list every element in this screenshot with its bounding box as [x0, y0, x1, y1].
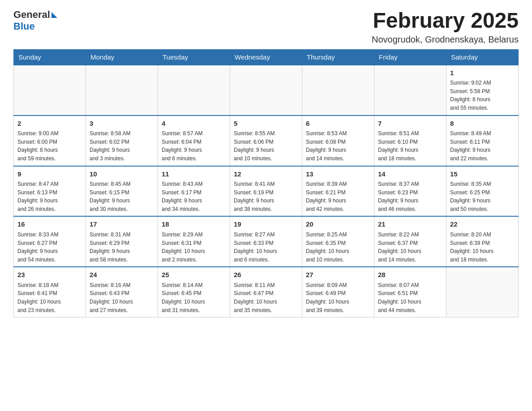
calendar-cell: 3Sunrise: 8:58 AM Sunset: 6:02 PM Daylig… [86, 116, 158, 166]
day-info: Sunrise: 8:27 AM Sunset: 6:33 PM Dayligh… [234, 231, 298, 264]
calendar-cell [446, 267, 519, 317]
day-number: 27 [306, 270, 370, 280]
calendar-title: February 2025 [372, 9, 519, 33]
weekday-header-friday: Friday [374, 49, 446, 65]
day-info: Sunrise: 8:29 AM Sunset: 6:31 PM Dayligh… [162, 231, 226, 264]
calendar-cell: 5Sunrise: 8:55 AM Sunset: 6:06 PM Daylig… [230, 116, 302, 166]
calendar-subtitle: Novogrudok, Grodnenskaya, Belarus [372, 34, 519, 45]
calendar-week-row: 16Sunrise: 8:33 AM Sunset: 6:27 PM Dayli… [14, 216, 519, 267]
day-number: 19 [234, 219, 298, 230]
day-number: 17 [90, 219, 154, 230]
calendar-cell [230, 65, 302, 116]
weekday-header-sunday: Sunday [14, 49, 86, 65]
calendar-cell: 18Sunrise: 8:29 AM Sunset: 6:31 PM Dayli… [158, 216, 230, 267]
day-info: Sunrise: 9:00 AM Sunset: 6:00 PM Dayligh… [17, 129, 82, 163]
day-info: Sunrise: 8:31 AM Sunset: 6:29 PM Dayligh… [90, 231, 154, 264]
day-number: 8 [450, 119, 515, 129]
day-info: Sunrise: 8:09 AM Sunset: 6:49 PM Dayligh… [306, 281, 370, 314]
day-number: 23 [17, 270, 82, 280]
day-number: 25 [162, 270, 226, 280]
day-info: Sunrise: 8:45 AM Sunset: 6:15 PM Dayligh… [90, 180, 154, 213]
day-info: Sunrise: 8:55 AM Sunset: 6:06 PM Dayligh… [234, 129, 298, 163]
calendar-cell: 24Sunrise: 8:16 AM Sunset: 6:43 PM Dayli… [86, 267, 158, 317]
day-info: Sunrise: 9:02 AM Sunset: 5:58 PM Dayligh… [450, 79, 515, 112]
day-number: 24 [90, 270, 154, 280]
day-info: Sunrise: 8:47 AM Sunset: 6:13 PM Dayligh… [17, 180, 82, 213]
day-number: 5 [234, 119, 298, 129]
calendar-cell: 13Sunrise: 8:39 AM Sunset: 6:21 PM Dayli… [302, 166, 374, 217]
calendar-cell: 23Sunrise: 8:18 AM Sunset: 6:41 PM Dayli… [14, 267, 86, 317]
logo: General Blue [13, 9, 57, 32]
day-info: Sunrise: 8:22 AM Sunset: 6:37 PM Dayligh… [378, 231, 442, 264]
day-number: 6 [306, 119, 370, 129]
calendar-title-area: February 2025 Novogrudok, Grodnenskaya, … [372, 9, 519, 45]
day-number: 15 [450, 169, 515, 180]
day-number: 1 [450, 68, 515, 78]
page-header: General Blue February 2025 Novogrudok, G… [13, 9, 519, 45]
calendar-cell: 8Sunrise: 8:49 AM Sunset: 6:11 PM Daylig… [446, 116, 519, 166]
weekday-header-saturday: Saturday [446, 49, 519, 65]
calendar-cell: 4Sunrise: 8:57 AM Sunset: 6:04 PM Daylig… [158, 116, 230, 166]
weekday-header-wednesday: Wednesday [230, 49, 302, 65]
day-info: Sunrise: 8:35 AM Sunset: 6:25 PM Dayligh… [450, 180, 515, 213]
calendar-cell: 17Sunrise: 8:31 AM Sunset: 6:29 PM Dayli… [86, 216, 158, 267]
day-info: Sunrise: 8:07 AM Sunset: 6:51 PM Dayligh… [378, 281, 442, 314]
day-info: Sunrise: 8:43 AM Sunset: 6:17 PM Dayligh… [162, 180, 226, 213]
calendar-cell [374, 65, 446, 116]
calendar-cell: 28Sunrise: 8:07 AM Sunset: 6:51 PM Dayli… [374, 267, 446, 317]
day-number: 4 [162, 119, 226, 129]
calendar-cell: 25Sunrise: 8:14 AM Sunset: 6:45 PM Dayli… [158, 267, 230, 317]
calendar-cell: 19Sunrise: 8:27 AM Sunset: 6:33 PM Dayli… [230, 216, 302, 267]
day-info: Sunrise: 8:20 AM Sunset: 6:39 PM Dayligh… [450, 231, 515, 264]
logo-triangle-icon [51, 12, 57, 18]
calendar-cell: 6Sunrise: 8:53 AM Sunset: 6:08 PM Daylig… [302, 116, 374, 166]
calendar-cell: 14Sunrise: 8:37 AM Sunset: 6:23 PM Dayli… [374, 166, 446, 217]
calendar-week-row: 1Sunrise: 9:02 AM Sunset: 5:58 PM Daylig… [14, 65, 519, 116]
day-info: Sunrise: 8:57 AM Sunset: 6:04 PM Dayligh… [162, 129, 226, 163]
day-number: 11 [162, 169, 226, 180]
day-number: 7 [378, 119, 442, 129]
day-info: Sunrise: 8:53 AM Sunset: 6:08 PM Dayligh… [306, 129, 370, 163]
calendar-cell: 15Sunrise: 8:35 AM Sunset: 6:25 PM Dayli… [446, 166, 519, 217]
day-info: Sunrise: 8:33 AM Sunset: 6:27 PM Dayligh… [17, 231, 82, 264]
day-info: Sunrise: 8:41 AM Sunset: 6:19 PM Dayligh… [234, 180, 298, 213]
calendar-table: SundayMondayTuesdayWednesdayThursdayFrid… [13, 49, 519, 317]
day-info: Sunrise: 8:25 AM Sunset: 6:35 PM Dayligh… [306, 231, 370, 264]
day-info: Sunrise: 8:39 AM Sunset: 6:21 PM Dayligh… [306, 180, 370, 213]
calendar-cell: 26Sunrise: 8:11 AM Sunset: 6:47 PM Dayli… [230, 267, 302, 317]
day-number: 26 [234, 270, 298, 280]
calendar-cell [158, 65, 230, 116]
weekday-header-thursday: Thursday [302, 49, 374, 65]
day-number: 12 [234, 169, 298, 180]
day-info: Sunrise: 8:58 AM Sunset: 6:02 PM Dayligh… [90, 129, 154, 163]
day-number: 13 [306, 169, 370, 180]
weekday-header-row: SundayMondayTuesdayWednesdayThursdayFrid… [14, 49, 519, 65]
calendar-cell: 22Sunrise: 8:20 AM Sunset: 6:39 PM Dayli… [446, 216, 519, 267]
calendar-cell [14, 65, 86, 116]
day-number: 14 [378, 169, 442, 180]
day-number: 9 [17, 169, 82, 180]
calendar-cell [86, 65, 158, 116]
day-number: 21 [378, 219, 442, 230]
logo-general-text: General [13, 9, 50, 21]
calendar-week-row: 2Sunrise: 9:00 AM Sunset: 6:00 PM Daylig… [14, 116, 519, 166]
day-info: Sunrise: 8:16 AM Sunset: 6:43 PM Dayligh… [90, 281, 154, 314]
calendar-cell: 21Sunrise: 8:22 AM Sunset: 6:37 PM Dayli… [374, 216, 446, 267]
day-info: Sunrise: 8:11 AM Sunset: 6:47 PM Dayligh… [234, 281, 298, 314]
calendar-week-row: 9Sunrise: 8:47 AM Sunset: 6:13 PM Daylig… [14, 166, 519, 217]
calendar-cell: 2Sunrise: 9:00 AM Sunset: 6:00 PM Daylig… [14, 116, 86, 166]
day-number: 3 [90, 119, 154, 129]
calendar-cell: 1Sunrise: 9:02 AM Sunset: 5:58 PM Daylig… [446, 65, 519, 116]
calendar-cell: 27Sunrise: 8:09 AM Sunset: 6:49 PM Dayli… [302, 267, 374, 317]
day-number: 10 [90, 169, 154, 180]
day-number: 28 [378, 270, 442, 280]
day-info: Sunrise: 8:18 AM Sunset: 6:41 PM Dayligh… [17, 281, 82, 314]
calendar-cell: 9Sunrise: 8:47 AM Sunset: 6:13 PM Daylig… [14, 166, 86, 217]
calendar-cell: 11Sunrise: 8:43 AM Sunset: 6:17 PM Dayli… [158, 166, 230, 217]
day-number: 20 [306, 219, 370, 230]
day-number: 16 [17, 219, 82, 230]
day-info: Sunrise: 8:14 AM Sunset: 6:45 PM Dayligh… [162, 281, 226, 314]
calendar-week-row: 23Sunrise: 8:18 AM Sunset: 6:41 PM Dayli… [14, 267, 519, 317]
calendar-cell: 20Sunrise: 8:25 AM Sunset: 6:35 PM Dayli… [302, 216, 374, 267]
logo-blue-text: Blue [13, 21, 35, 32]
